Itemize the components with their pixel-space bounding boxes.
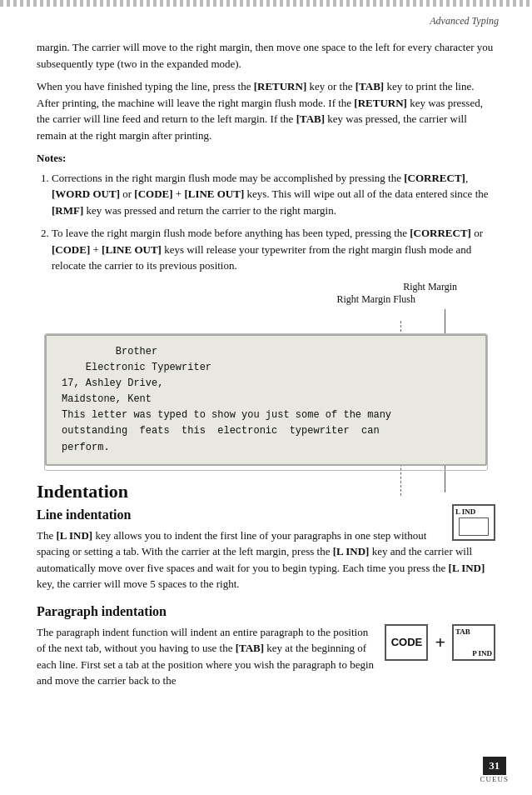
para-ind-keys: CODE + TAB P IND	[385, 624, 495, 661]
tab-key-label: TAB	[454, 626, 472, 636]
intro-p2-t1: When you have finished typing the line, …	[37, 80, 254, 92]
pind-key-label: P IND	[470, 649, 494, 659]
page-number: 31	[483, 757, 506, 775]
lind-key-ref3: [L IND]	[449, 562, 485, 574]
return-key-1: [RETURN]	[254, 80, 307, 92]
para-indent-subtitle: Paragraph indentation	[37, 604, 495, 619]
top-decorative-bar	[0, 0, 532, 7]
note-1: Corrections in the right margin flush mo…	[52, 170, 495, 219]
line-indent-para: The [L IND] key allows you to indent the…	[37, 528, 495, 592]
code-key-box: CODE	[385, 624, 428, 661]
tw-line-1: Brother	[62, 344, 470, 360]
tw-line-7: perform.	[62, 440, 470, 456]
intro-para1: margin. The carrier will move to the rig…	[37, 39, 495, 72]
note2-t1: To leave the right margin flush mode bef…	[52, 227, 483, 272]
tw-line-6: outstanding feats this electronic typewr…	[62, 423, 470, 439]
right-margin-flush-label: Right Margin Flush	[37, 293, 495, 306]
page-number-area: 31 CUEUS	[480, 757, 509, 783]
indentation-title: Indentation	[37, 481, 495, 502]
para-indent-label: Paragraph indentation	[37, 604, 167, 618]
tab-key-2: [TAB]	[296, 112, 325, 125]
tw-line-5: This letter was typed to show you just s…	[62, 408, 470, 423]
notes-list: Corrections in the right margin flush mo…	[37, 170, 495, 274]
tab-key-ref: [TAB]	[236, 642, 264, 654]
lind-key-box: L IND	[452, 504, 495, 541]
code-label: CODE	[391, 636, 423, 648]
main-content: margin. The carrier will move to the rig…	[0, 31, 532, 712]
tw-line-4: Maidstone, Kent	[62, 392, 470, 408]
lind-inner-box	[459, 518, 489, 536]
note1-t1: Corrections in the right margin flush mo…	[52, 172, 489, 217]
return-key-2: [RETURN]	[354, 97, 407, 109]
right-margin-label: Right Margin	[37, 281, 495, 293]
note-2: To leave the right margin flush mode bef…	[52, 225, 495, 274]
tw-line-3: 17, Ashley Drive,	[62, 376, 470, 392]
tab-key-1: [TAB]	[355, 80, 384, 92]
diagram-section: Right Margin Right Margin Flush Brother …	[37, 281, 495, 466]
page-code: CUEUS	[480, 775, 509, 783]
lind-label-text: L IND	[454, 506, 477, 516]
line-indent-subtitle: Line indentation L IND	[37, 508, 495, 522]
line-indentation-section: Line indentation L IND The [L IND] key a…	[37, 508, 495, 599]
line-indent-label: Line indentation	[37, 508, 131, 522]
paragraph-indentation-section: Paragraph indentation CODE + TAB P IND T…	[37, 604, 495, 696]
lind-key-ref2: [L IND]	[333, 545, 370, 558]
plus-sign: +	[435, 624, 445, 661]
tab-pind-key-box: TAB P IND	[452, 624, 495, 661]
lind-key-ref1: [L IND]	[56, 529, 92, 542]
intro-p2-t2: key or the	[309, 80, 355, 92]
header-text: Advanced Typing	[430, 15, 499, 27]
notes-label: Notes:	[37, 150, 495, 167]
typewriter-display: Brother Electronic Typewriter 17, Ashley…	[45, 334, 487, 466]
intro-para2: When you have finished typing the line, …	[37, 78, 495, 143]
page-header: Advanced Typing	[0, 7, 532, 31]
tw-line-2: Electronic Typewriter	[62, 360, 470, 376]
page: Advanced Typing margin. The carrier will…	[0, 0, 532, 795]
